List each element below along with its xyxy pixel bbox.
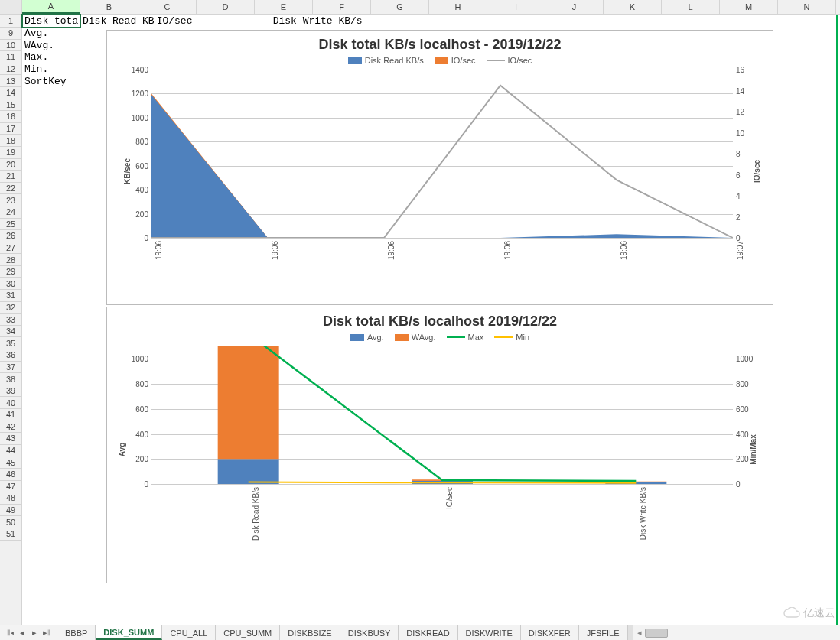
cell-A11[interactable]: Max.: [22, 51, 80, 63]
insert-column-marker: [836, 15, 838, 625]
cell-C1[interactable]: IO/sec: [155, 15, 213, 28]
sheet-tab-diskbusy[interactable]: DISKBUSY: [340, 625, 399, 640]
row-header-49[interactable]: 49: [0, 505, 21, 517]
row-header-25[interactable]: 25: [0, 219, 21, 231]
row-header-1[interactable]: 1: [0, 15, 21, 28]
cell-A13[interactable]: SortKey: [22, 75, 80, 87]
row-header-37[interactable]: 37: [0, 362, 21, 374]
row-header-22[interactable]: 22: [0, 183, 21, 195]
col-header-J[interactable]: J: [545, 0, 604, 14]
sheet-tab-diskbsize[interactable]: DISKBSIZE: [280, 625, 340, 640]
row-header-13[interactable]: 13: [0, 75, 21, 87]
row-header-43[interactable]: 43: [0, 433, 21, 445]
row-header-27[interactable]: 27: [0, 242, 21, 255]
row-header-42[interactable]: 42: [0, 421, 21, 434]
col-header-G[interactable]: G: [371, 0, 429, 14]
row-header-17[interactable]: 17: [0, 123, 21, 135]
tab-nav-prev-icon[interactable]: ◂: [17, 628, 28, 638]
legend-item: Min: [494, 333, 529, 342]
col-header-A[interactable]: A: [22, 0, 80, 14]
col-header-M[interactable]: M: [720, 0, 778, 14]
cell-A1[interactable]: Disk tota: [22, 15, 80, 28]
row-header-16[interactable]: 16: [0, 111, 21, 123]
sheet-tab-diskwrite[interactable]: DISKWRITE: [458, 625, 521, 640]
row-header-10[interactable]: 10: [0, 40, 21, 52]
tab-nav-buttons: ⦀◂ ◂ ▸ ▸⦀: [0, 625, 57, 640]
row-header-28[interactable]: 28: [0, 254, 21, 266]
row-header-19[interactable]: 19: [0, 147, 21, 159]
tab-nav-next-icon[interactable]: ▸: [29, 628, 40, 638]
sheet-tab-disk_summ[interactable]: DISK_SUMM: [96, 625, 162, 640]
row-header-20[interactable]: 20: [0, 159, 21, 171]
row-header-32[interactable]: 32: [0, 302, 21, 314]
sheet-tab-cpu_all[interactable]: CPU_ALL: [162, 625, 216, 640]
sheet-tab-diskread[interactable]: DISKREAD: [399, 625, 457, 640]
col-header-F[interactable]: F: [313, 0, 371, 14]
plot: 0020020040040060060080080010001000: [151, 346, 733, 484]
chart-title: Disk total KB/s localhost - 2019/12/22: [107, 31, 773, 54]
row-header-35[interactable]: 35: [0, 337, 21, 349]
col-header-L[interactable]: L: [662, 0, 720, 14]
row-header-14[interactable]: 14: [0, 87, 21, 99]
cell-B1[interactable]: Disk Read KB: [80, 15, 155, 28]
sheet-tab-jfsfile[interactable]: JFSFILE: [579, 625, 628, 640]
row-header-18[interactable]: 18: [0, 135, 21, 147]
plot-area: Avg Min/Max 0020020040040060060080080010…: [151, 346, 734, 553]
scroll-thumb[interactable]: [645, 629, 668, 638]
chart-2[interactable]: Disk total KB/s localhost 2019/12/22 Avg…: [106, 307, 773, 583]
row-header-39[interactable]: 39: [0, 385, 21, 398]
row-header-50[interactable]: 50: [0, 516, 21, 528]
horizontal-scrollbar[interactable]: ◂: [633, 625, 840, 640]
row-header-15[interactable]: 15: [0, 99, 21, 112]
row-header-31[interactable]: 31: [0, 290, 21, 302]
col-header-N[interactable]: N: [778, 0, 836, 14]
row-header-34[interactable]: 34: [0, 326, 21, 338]
select-all-corner[interactable]: [0, 0, 22, 14]
tab-nav-last-icon[interactable]: ▸⦀: [41, 628, 52, 638]
row-header-47[interactable]: 47: [0, 481, 21, 493]
row-header-41[interactable]: 41: [0, 409, 21, 421]
col-header-E[interactable]: E: [255, 0, 313, 14]
row-header-46[interactable]: 46: [0, 469, 21, 481]
col-header-K[interactable]: K: [604, 0, 662, 14]
col-header-H[interactable]: H: [429, 0, 487, 14]
row-header-33[interactable]: 33: [0, 314, 21, 326]
row-header-48[interactable]: 48: [0, 492, 21, 505]
sheet-tab-cpu_summ[interactable]: CPU_SUMM: [216, 625, 280, 640]
sheet-tab-diskxfer[interactable]: DISKXFER: [521, 625, 579, 640]
row-header-21[interactable]: 21: [0, 171, 21, 183]
cloud-icon: [783, 607, 800, 619]
col-header-C[interactable]: C: [138, 0, 197, 14]
cell-D1[interactable]: [213, 15, 271, 28]
row-header-45[interactable]: 45: [0, 456, 21, 469]
row-header-11[interactable]: 11: [0, 51, 21, 63]
col-header-D[interactable]: D: [197, 0, 255, 14]
legend-label: Min: [516, 333, 529, 342]
row-header-40[interactable]: 40: [0, 397, 21, 409]
col-header-B[interactable]: B: [80, 0, 138, 14]
row-header-38[interactable]: 38: [0, 373, 21, 385]
cell-A12[interactable]: Min.: [22, 63, 80, 76]
cell-A9[interactable]: Avg.: [22, 28, 80, 40]
cell-A10[interactable]: WAvg.: [22, 40, 80, 52]
grid-area[interactable]: 1910111213141516171819202122232425262728…: [0, 15, 840, 625]
legend-swatch: [350, 334, 364, 341]
col-header-I[interactable]: I: [487, 0, 545, 14]
tab-nav-first-icon[interactable]: ⦀◂: [5, 628, 15, 638]
scroll-left-icon[interactable]: ◂: [634, 628, 645, 638]
cell-E1[interactable]: Disk Write KB/s: [271, 15, 363, 28]
legend-label: IO/sec: [451, 56, 476, 65]
chart-1[interactable]: Disk total KB/s localhost - 2019/12/22 D…: [106, 30, 773, 305]
row-header-51[interactable]: 51: [0, 528, 21, 541]
row-header-12[interactable]: 12: [0, 63, 21, 76]
cells[interactable]: Disk tota Disk Read KB IO/sec Disk Write…: [22, 15, 840, 625]
row-header-23[interactable]: 23: [0, 194, 21, 206]
row-header-36[interactable]: 36: [0, 349, 21, 362]
row-header-44[interactable]: 44: [0, 445, 21, 457]
row-header-26[interactable]: 26: [0, 230, 21, 242]
row-header-24[interactable]: 24: [0, 206, 21, 219]
sheet-tab-bbbp[interactable]: BBBP: [57, 625, 96, 640]
row-header-29[interactable]: 29: [0, 266, 21, 278]
row-header-30[interactable]: 30: [0, 278, 21, 290]
row-header-9[interactable]: 9: [0, 28, 21, 40]
